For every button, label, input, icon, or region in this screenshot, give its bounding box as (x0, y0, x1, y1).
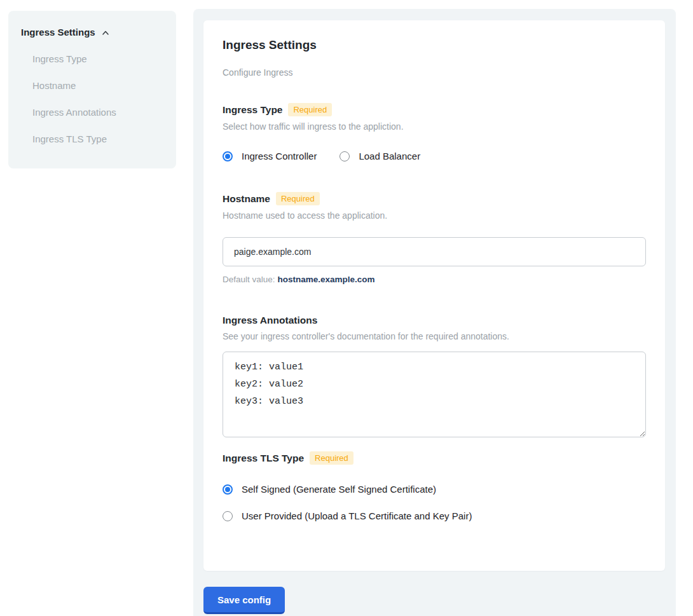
ingress-type-description: Select how traffic will ingress to the a… (223, 121, 646, 132)
ingress-tls-type-label: Ingress TLS Type (223, 453, 304, 464)
page-title: Ingress Settings (223, 38, 646, 52)
radio-label: Load Balancer (359, 151, 420, 161)
page-layout: Ingress Settings Ingress Type Hostname I… (0, 0, 693, 616)
sidebar-item-hostname[interactable]: Hostname (32, 80, 163, 91)
default-value-prefix: Default value: (223, 275, 275, 284)
radio-button-icon[interactable] (223, 484, 233, 495)
sidebar-item-ingress-tls-type[interactable]: Ingress TLS Type (32, 133, 163, 144)
settings-panel: Ingress Settings Configure Ingress Ingre… (193, 9, 676, 616)
ingress-tls-radio-group: Self Signed (Generate Self Signed Certif… (223, 484, 646, 521)
sidebar-item-ingress-type[interactable]: Ingress Type (32, 53, 163, 64)
radio-label: User Provided (Upload a TLS Certificate … (242, 510, 472, 521)
section-hostname: Hostname Required Hostname used to acces… (223, 192, 646, 284)
radio-button-icon[interactable] (223, 151, 233, 161)
required-badge: Required (276, 192, 320, 205)
required-badge: Required (310, 451, 353, 465)
radio-ingress-controller[interactable]: Ingress Controller (223, 151, 317, 161)
radio-label: Ingress Controller (242, 151, 317, 161)
ingress-type-radio-group: Ingress Controller Load Balancer (223, 151, 646, 161)
radio-button-icon[interactable] (340, 151, 350, 161)
required-badge: Required (288, 103, 332, 116)
radio-label: Self Signed (Generate Self Signed Certif… (242, 484, 436, 495)
section-ingress-annotations: Ingress Annotations See your ingress con… (223, 315, 646, 437)
radio-self-signed[interactable]: Self Signed (Generate Self Signed Certif… (223, 484, 646, 495)
save-config-button[interactable]: Save config (203, 587, 285, 614)
settings-sidebar: Ingress Settings Ingress Type Hostname I… (8, 11, 176, 168)
page-subtitle: Configure Ingress (223, 67, 646, 78)
ingress-annotations-textarea[interactable]: key1: value1 key2: value2 key3: value3 (223, 352, 646, 437)
sidebar-group-label: Ingress Settings (21, 27, 95, 38)
sidebar-group-ingress-settings[interactable]: Ingress Settings (21, 27, 163, 38)
hostname-input[interactable] (223, 237, 646, 266)
ingress-type-label: Ingress Type (223, 104, 282, 116)
radio-load-balancer[interactable]: Load Balancer (340, 151, 420, 161)
hostname-description: Hostname used to access the application. (223, 210, 646, 221)
ingress-annotations-label: Ingress Annotations (223, 315, 317, 326)
default-value-text: hostname.example.com (278, 275, 375, 284)
ingress-annotations-description: See your ingress controller's documentat… (223, 331, 646, 341)
chevron-up-icon (101, 29, 110, 38)
radio-button-icon[interactable] (223, 511, 233, 521)
sidebar-item-ingress-annotations[interactable]: Ingress Annotations (32, 107, 163, 118)
hostname-label: Hostname (223, 193, 270, 205)
ingress-settings-card: Ingress Settings Configure Ingress Ingre… (203, 20, 665, 571)
section-ingress-tls-type: Ingress TLS Type Required Self Signed (G… (223, 451, 646, 521)
radio-user-provided[interactable]: User Provided (Upload a TLS Certificate … (223, 510, 646, 521)
section-ingress-type: Ingress Type Required Select how traffic… (223, 103, 646, 161)
hostname-default-hint: Default value:hostname.example.com (223, 275, 646, 284)
